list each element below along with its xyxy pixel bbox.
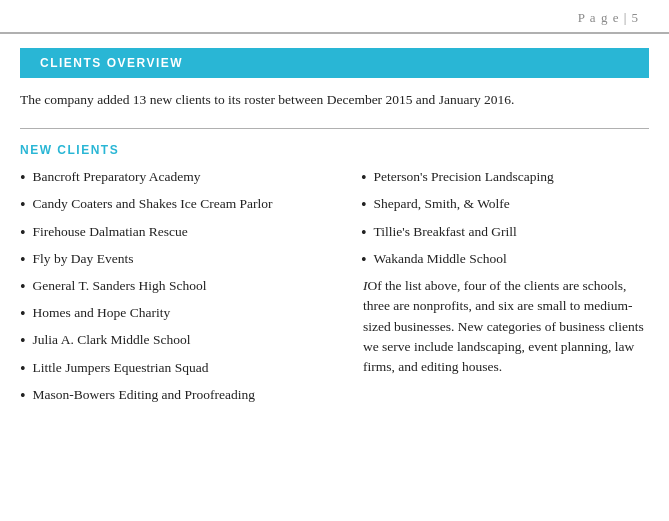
- right-column: Peterson's Precision Landscaping Shepard…: [361, 167, 649, 412]
- list-item: Little Jumpers Equestrian Squad: [20, 358, 337, 380]
- list-item: Peterson's Precision Landscaping: [361, 167, 649, 189]
- left-column: Bancroft Preparatory Academy Candy Coate…: [20, 167, 337, 412]
- list-item: Firehouse Dalmatian Rescue: [20, 222, 337, 244]
- two-col-layout: Bancroft Preparatory Academy Candy Coate…: [0, 167, 669, 412]
- list-item: Mason-Bowers Editing and Proofreading: [20, 385, 337, 407]
- page-header: P a g e | 5: [0, 0, 669, 34]
- summary-text: IOf the list above, four of the clients …: [361, 276, 649, 377]
- list-item: Fly by Day Events: [20, 249, 337, 271]
- summary-body: Of the list above, four of the clients a…: [363, 278, 644, 374]
- list-item: Tillie's Breakfast and Grill: [361, 222, 649, 244]
- intro-text: The company added 13 new clients to its …: [0, 78, 669, 120]
- list-item: Homes and Hope Charity: [20, 303, 337, 325]
- section-divider: [20, 128, 649, 129]
- right-client-list: Peterson's Precision Landscaping Shepard…: [361, 167, 649, 271]
- page-number: P a g e | 5: [578, 10, 639, 26]
- list-item: Candy Coaters and Shakes Ice Cream Parlo…: [20, 194, 337, 216]
- page-container: P a g e | 5 CLIENTS OVERVIEW The company…: [0, 0, 669, 521]
- list-item: Bancroft Preparatory Academy: [20, 167, 337, 189]
- list-item: Shepard, Smith, & Wolfe: [361, 194, 649, 216]
- clients-overview-title: CLIENTS OVERVIEW: [40, 56, 183, 70]
- list-item: Julia A. Clark Middle School: [20, 330, 337, 352]
- new-clients-title: NEW CLIENTS: [0, 139, 669, 167]
- left-client-list: Bancroft Preparatory Academy Candy Coate…: [20, 167, 337, 407]
- clients-overview-bar: CLIENTS OVERVIEW: [20, 48, 649, 78]
- list-item: General T. Sanders High School: [20, 276, 337, 298]
- list-item: Wakanda Middle School: [361, 249, 649, 271]
